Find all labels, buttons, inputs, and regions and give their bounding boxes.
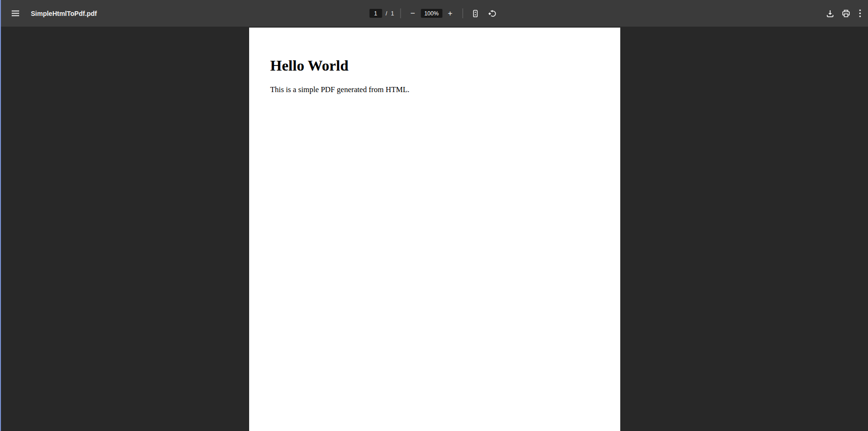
zoom-in-button[interactable]: + [444, 7, 456, 21]
zoom-out-button[interactable]: − [407, 7, 419, 21]
rotate-button[interactable] [486, 7, 499, 21]
pdf-heading: Hello World [270, 57, 598, 74]
fit-to-page-button[interactable] [469, 7, 482, 21]
download-icon [825, 9, 835, 18]
toolbar-divider [400, 8, 401, 18]
print-icon [841, 9, 851, 18]
page-number-input[interactable] [369, 9, 382, 18]
hamburger-icon [11, 10, 20, 16]
pdf-viewer-window: SimpleHtmlToPdf.pdf / 1 − 100% + [0, 0, 868, 431]
fit-to-page-icon [472, 9, 480, 18]
page-separator: / [386, 10, 387, 17]
kebab-menu-icon [859, 9, 861, 17]
menu-button[interactable] [7, 5, 24, 22]
page-zoom-controls: / 1 − 100% + [369, 0, 499, 27]
window-accent-edge [0, 0, 1, 431]
toolbar-left-section: SimpleHtmlToPdf.pdf [0, 5, 97, 22]
document-title: SimpleHtmlToPdf.pdf [31, 10, 97, 17]
print-button[interactable] [838, 5, 854, 22]
more-options-button[interactable] [854, 5, 866, 22]
zoom-level: 100% [421, 9, 442, 18]
pdf-page: Hello World This is a simple PDF generat… [249, 28, 620, 431]
download-button[interactable] [822, 5, 838, 22]
toolbar-divider [462, 8, 463, 18]
pdf-paragraph: This is a simple PDF generated from HTML… [270, 85, 598, 94]
toolbar-right-section [822, 5, 868, 22]
page-count: 1 [391, 10, 394, 17]
rotate-counterclockwise-icon [488, 9, 497, 18]
pdf-toolbar: SimpleHtmlToPdf.pdf / 1 − 100% + [0, 0, 868, 27]
viewer-area[interactable]: Hello World This is a simple PDF generat… [0, 27, 868, 431]
